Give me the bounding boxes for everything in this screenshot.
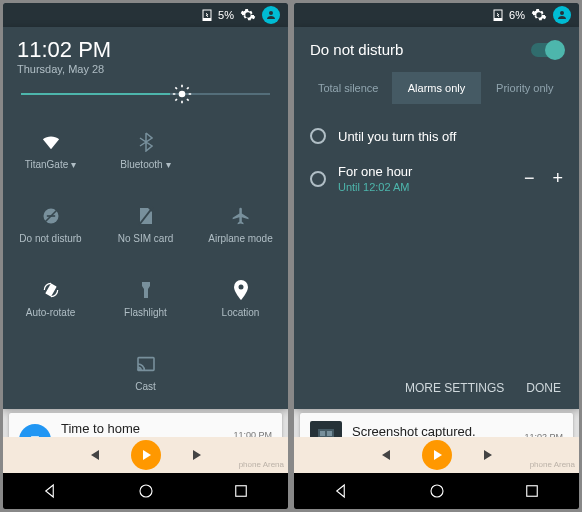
wifi-icon xyxy=(40,131,62,153)
tile-cast[interactable]: Cast xyxy=(98,335,193,409)
clock-area[interactable]: 11:02 PM Thursday, May 28 xyxy=(3,27,288,81)
chevron-down-icon: ▾ xyxy=(71,159,76,170)
done-button[interactable]: DONE xyxy=(526,381,561,395)
settings-icon[interactable] xyxy=(240,7,256,23)
profile-avatar[interactable] xyxy=(262,6,280,24)
brightness-slider[interactable] xyxy=(3,81,288,113)
play-button[interactable] xyxy=(422,440,452,470)
quick-settings-panel: 11:02 PM Thursday, May 28 TitanGate▾ Blu… xyxy=(3,27,288,409)
phone-left: 5% 11:02 PM Thursday, May 28 TitanGate▾ … xyxy=(3,3,288,509)
recents-button[interactable] xyxy=(232,482,250,500)
tile-wifi-label: TitanGate xyxy=(25,159,69,170)
phone-right: 6% Do not disturb Total silence Alarms o… xyxy=(294,3,579,509)
svg-point-22 xyxy=(140,485,152,497)
dnd-options: Until you turn this off For one hour Unt… xyxy=(294,104,579,217)
watermark: phone Arena xyxy=(239,460,284,469)
option-until-off-label: Until you turn this off xyxy=(338,129,456,144)
minus-button[interactable]: − xyxy=(524,168,535,189)
dnd-segments: Total silence Alarms only Priority only xyxy=(304,72,569,104)
tile-airplane[interactable]: Airplane mode xyxy=(193,187,288,261)
next-icon[interactable] xyxy=(191,448,205,462)
battery-icon xyxy=(202,9,212,21)
prev-icon[interactable] xyxy=(378,448,392,462)
plus-button[interactable]: + xyxy=(552,168,563,189)
segment-alarms-only[interactable]: Alarms only xyxy=(392,72,480,104)
battery-text: 5% xyxy=(218,9,234,21)
radio-icon xyxy=(310,171,326,187)
bluetooth-icon xyxy=(139,131,153,153)
airplane-icon xyxy=(231,205,251,227)
settings-icon[interactable] xyxy=(531,7,547,23)
dnd-title: Do not disturb xyxy=(310,41,403,58)
cast-icon xyxy=(136,353,156,375)
svg-line-9 xyxy=(187,99,189,101)
tile-spacer3 xyxy=(193,335,288,409)
rotate-icon xyxy=(41,279,61,301)
status-bar: 5% xyxy=(3,3,288,27)
back-button[interactable] xyxy=(42,482,60,500)
home-button[interactable] xyxy=(137,482,155,500)
back-button[interactable] xyxy=(333,482,351,500)
svg-line-11 xyxy=(187,87,189,89)
prev-icon[interactable] xyxy=(87,448,101,462)
svg-rect-28 xyxy=(320,431,325,436)
option-one-hour[interactable]: For one hour Until 12:02 AM − + xyxy=(306,154,567,203)
tile-sim-label: No SIM card xyxy=(118,233,174,244)
svg-rect-23 xyxy=(235,486,246,497)
dnd-actions: MORE SETTINGS DONE xyxy=(294,367,579,409)
tile-flashlight[interactable]: Flashlight xyxy=(98,261,193,335)
time-text: 11:02 PM xyxy=(17,37,274,63)
tile-airplane-label: Airplane mode xyxy=(208,233,272,244)
dnd-toggle[interactable] xyxy=(531,43,563,57)
svg-rect-1 xyxy=(203,18,211,21)
tile-wifi[interactable]: TitanGate▾ xyxy=(3,113,98,187)
svg-rect-29 xyxy=(327,431,332,436)
watermark: phone Arena xyxy=(530,460,575,469)
profile-avatar[interactable] xyxy=(553,6,571,24)
svg-point-17 xyxy=(238,284,243,289)
radio-icon xyxy=(310,128,326,144)
svg-point-2 xyxy=(269,11,273,15)
chevron-down-icon: ▾ xyxy=(166,159,171,170)
date-text: Thursday, May 28 xyxy=(17,63,274,75)
brightness-thumb-icon[interactable] xyxy=(170,82,194,106)
svg-point-3 xyxy=(179,91,186,98)
segment-priority-only[interactable]: Priority only xyxy=(481,72,569,104)
tile-flashlight-label: Flashlight xyxy=(124,307,167,318)
dnd-panel: Do not disturb Total silence Alarms only… xyxy=(294,27,579,409)
tile-bluetooth[interactable]: Bluetooth▾ xyxy=(98,113,193,187)
tile-rotate[interactable]: Auto-rotate xyxy=(3,261,98,335)
option-one-hour-sub: Until 12:02 AM xyxy=(338,181,412,193)
tile-dnd-label: Do not disturb xyxy=(19,233,81,244)
battery-text: 6% xyxy=(509,9,525,21)
play-button[interactable] xyxy=(131,440,161,470)
tile-rotate-label: Auto-rotate xyxy=(26,307,75,318)
battery-icon xyxy=(493,9,503,21)
tile-spacer2 xyxy=(3,335,98,409)
tile-cast-label: Cast xyxy=(135,381,156,392)
option-one-hour-label: For one hour xyxy=(338,164,412,179)
svg-line-8 xyxy=(176,87,178,89)
dnd-icon xyxy=(41,205,61,227)
svg-line-10 xyxy=(176,99,178,101)
flashlight-icon xyxy=(139,279,153,301)
location-icon xyxy=(233,279,249,301)
svg-point-26 xyxy=(560,11,564,15)
svg-rect-31 xyxy=(526,486,537,497)
more-settings-button[interactable]: MORE SETTINGS xyxy=(405,381,504,395)
svg-rect-25 xyxy=(494,18,502,21)
next-icon[interactable] xyxy=(482,448,496,462)
tile-sim[interactable]: No SIM card xyxy=(98,187,193,261)
recents-button[interactable] xyxy=(523,482,541,500)
svg-point-30 xyxy=(431,485,443,497)
option-until-off[interactable]: Until you turn this off xyxy=(306,118,567,154)
status-bar: 6% xyxy=(294,3,579,27)
sim-icon xyxy=(138,205,154,227)
segment-total-silence[interactable]: Total silence xyxy=(304,72,392,104)
tile-dnd[interactable]: Do not disturb xyxy=(3,187,98,261)
nav-bar xyxy=(294,473,579,509)
home-button[interactable] xyxy=(428,482,446,500)
tile-location-label: Location xyxy=(222,307,260,318)
tile-location[interactable]: Location xyxy=(193,261,288,335)
tile-bluetooth-label: Bluetooth xyxy=(120,159,162,170)
